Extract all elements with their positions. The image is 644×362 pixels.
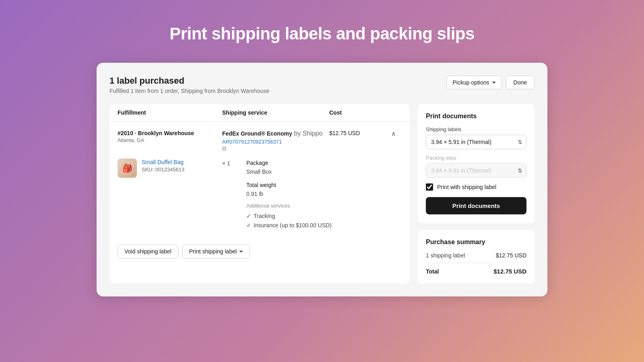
card-body: Fulfillment Shipping service Cost #2010 … [109,104,535,284]
print-documents-title: Print documents [426,113,526,120]
shipping-labels-label: Shipping labels [426,126,526,132]
col-fulfillment: Fulfillment [118,109,222,116]
col-shipping-service: Shipping service [222,109,329,116]
col-cost: Cost [329,109,386,116]
service-insurance: Insurance (up to $100.00 USD) [246,221,402,230]
collapse-icon[interactable]: ∧ [386,130,402,138]
card-header: 1 label purchased Fulfilled 1 item from … [109,76,535,94]
fulfillment-subtitle: Fulfilled 1 item from 1 order, Shipping … [109,88,269,94]
shipping-details: Package Small Box Total weight 0.91 lb A… [246,158,402,230]
print-with-label-checkbox[interactable] [426,183,433,191]
main-card: 1 label purchased Fulfilled 1 item from … [97,63,547,296]
print-documents-button[interactable]: Print documents [426,197,526,214]
tracking-link[interactable]: AR070791270923756371 [222,139,329,145]
page-title: Print shipping labels and packing slips [169,24,475,43]
table-header: Fulfillment Shipping service Cost [109,104,410,122]
print-with-label-row: Print with shipping label [426,183,526,191]
summary-total-value: $12.75 USD [493,268,526,275]
print-with-label-text: Print with shipping label [437,184,496,190]
labels-purchased-heading: 1 label purchased [109,76,269,86]
chevron-down-icon [492,82,496,84]
item-row: 🎒 Small Duffel Bag SKU: 0012345613 × 1 P… [118,158,402,230]
print-panel: Print documents Shipping labels 3.94 × 5… [418,104,535,284]
fulfillment-panel: Fulfillment Shipping service Cost #2010 … [109,104,410,284]
service-tracking: Tracking [246,212,402,220]
fulfillment-info: #2010 · Brooklyn Warehouse Atlanta, GA F… [118,130,402,152]
action-buttons: Void shipping label Print shipping label [118,238,402,259]
col-action [386,109,402,116]
fulfillment-id-block: #2010 · Brooklyn Warehouse Atlanta, GA [118,130,222,143]
print-documents-card: Print documents Shipping labels 3.94 × 5… [418,104,535,223]
shipping-labels-select-wrapper: 3.94 × 5.91 in (Thermal) ⇅ [426,135,526,149]
fulfillment-id: #2010 · Brooklyn Warehouse [118,130,222,136]
summary-total-row: Total $12.75 USD [426,263,526,275]
print-shipping-label-button[interactable]: Print shipping label [182,244,250,259]
package-info: Package Small Box [246,158,402,177]
summary-row-label: 1 shipping label $12.75 USD [426,252,526,259]
shipping-service-name: FedEx Ground® Economy by Shippo [222,130,329,137]
item-info: 🎒 Small Duffel Bag SKU: 0012345613 [118,158,222,230]
item-name-link[interactable]: Small Duffel Bag [142,159,184,165]
print-label-chevron-icon [239,251,243,253]
additional-services: Additional services Tracking Insurance (… [246,202,402,230]
item-sku: SKU: 0012345613 [142,167,184,173]
void-shipping-label-button[interactable]: Void shipping label [118,244,178,259]
table-row: #2010 · Brooklyn Warehouse Atlanta, GA F… [109,122,410,268]
done-button[interactable]: Done [506,76,535,89]
pickup-options-label: Pickup options [452,79,489,86]
shipping-labels-select[interactable]: 3.94 × 5.91 in (Thermal) [426,135,526,149]
card-header-actions: Pickup options Done [446,76,535,89]
weight-info: Total weight 0.91 lb [246,181,402,199]
copy-icon[interactable]: ⧉ [222,145,226,152]
item-shipment-details: × 1 Package Small Box Total weight 0.91 … [222,158,402,230]
purchase-summary-title: Purchase summary [426,239,526,246]
item-details-block: Small Duffel Bag SKU: 0012345613 [142,158,184,173]
summary-item-value: $12.75 USD [496,252,526,259]
packing-slips-label: Packing slips [426,155,526,161]
item-qty: × 1 [222,158,246,167]
item-thumbnail: 🎒 [118,158,137,178]
packing-slips-select-wrapper: 3.94 × 5.91 in (Thermal) ⇅ [426,163,526,178]
packing-slips-select[interactable]: 3.94 × 5.91 in (Thermal) [426,163,526,178]
summary-item-label: 1 shipping label [426,252,465,259]
shipping-service-block: FedEx Ground® Economy by Shippo AR070791… [222,130,329,152]
card-header-left: 1 label purchased Fulfilled 1 item from … [109,76,269,94]
purchase-summary-card: Purchase summary 1 shipping label $12.75… [418,230,535,284]
pickup-options-button[interactable]: Pickup options [446,76,502,89]
cost-cell: $12.75 USD [329,130,386,136]
fulfillment-location: Atlanta, GA [118,137,222,143]
tracking-row: AR070791270923756371 ⧉ [222,139,329,152]
summary-total-label: Total [426,268,439,275]
